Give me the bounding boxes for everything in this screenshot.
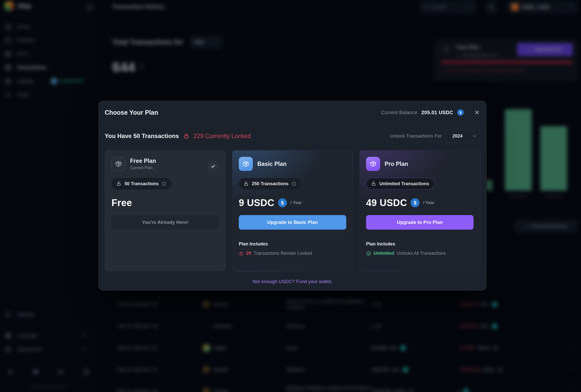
usdc-coin-icon: $ [411, 198, 420, 207]
plan-header: Pro Plan [366, 157, 474, 171]
free-plan-icon [111, 157, 126, 171]
plan-price-period: / Year [290, 200, 302, 205]
locked-remaining-text: Transactions Remain Locked [254, 251, 312, 256]
plan-limit-badge: 250 Transactions [239, 178, 301, 189]
free-plan-button[interactable]: You're Already Here! [111, 215, 219, 230]
plan-includes-label: Plan Includes [366, 241, 474, 247]
unlock-year-dropdown[interactable]: 2024 [446, 129, 480, 143]
plan-cards: Free Plan Current Plan 50 Transactions [105, 150, 480, 271]
unlimited-value: Unlimited [374, 251, 394, 256]
locked-remaining-count: 29 [246, 251, 251, 256]
plan-includes-row: Unlimited Unlocks All Transactions [366, 251, 474, 256]
basic-plan-icon [239, 157, 253, 171]
plan-limit-text: 250 Transactions [252, 181, 288, 186]
steps-logo-icon [115, 160, 122, 168]
plan-header: Free Plan Current Plan [111, 157, 219, 171]
plan-price-row: Free [111, 197, 219, 209]
modal-subheader: You Have 50 Transactions 229 Currently L… [105, 129, 480, 143]
plan-limit-text: 50 Transactions [125, 181, 159, 186]
plan-price: Free [111, 198, 132, 208]
steps-logo-icon [369, 160, 377, 168]
plan-name: Free Plan [130, 158, 156, 164]
modal-header-right: Current Balance 205.01 USDC $ [381, 109, 480, 116]
plan-title-block: Basic Plan [257, 161, 286, 167]
basic-plan-card: Basic Plan 250 Transactions 9 USDC $ / Y… [232, 150, 353, 271]
pro-plan-card: Pro Plan Unlimited Transactions 49 USDC … [359, 150, 480, 271]
locked-count-text: 229 Currently Locked [194, 133, 251, 140]
unlock-year-control: Unlock Transactions For 2024 [390, 129, 480, 143]
plan-title-block: Pro Plan [385, 161, 408, 167]
check-circle-icon [366, 251, 371, 256]
plan-price-period: / Year [423, 200, 434, 205]
usdc-coin-icon: $ [457, 109, 464, 116]
plan-title-block: Free Plan Current Plan [130, 158, 156, 170]
current-plan-check-icon [207, 160, 219, 172]
transactions-status: You Have 50 Transactions 229 Currently L… [105, 133, 251, 140]
plan-subtitle: Current Plan [130, 166, 156, 170]
upgrade-basic-button[interactable]: Upgrade to Basic Plan [239, 215, 346, 230]
unlock-icon [371, 181, 376, 186]
lock-icon [183, 133, 190, 139]
plan-limit-badge: 50 Transactions [111, 178, 171, 189]
plan-price-row: 49 USDC $ / Year [366, 197, 474, 209]
chevron-down-icon [469, 129, 480, 143]
close-icon[interactable] [474, 109, 480, 116]
info-icon[interactable] [292, 181, 296, 186]
unlock-year-value: 2024 [446, 129, 469, 143]
modal-footer: Not enough USDC? Fund your wallet. [105, 279, 480, 284]
lock-icon [239, 251, 244, 256]
plan-limit-text: Unlimited Transactions [379, 181, 429, 186]
plan-includes-section: Plan Includes 29 Transactions Remain Loc… [239, 236, 346, 256]
steps-logo-icon [242, 160, 250, 168]
app-root: Step Home Portfolio NFTs [0, 0, 581, 392]
plan-header: Basic Plan [239, 157, 346, 171]
free-plan-card: Free Plan Current Plan 50 Transactions [105, 150, 226, 271]
plan-price: 49 USDC [366, 198, 407, 208]
info-icon[interactable] [162, 181, 166, 186]
plan-name: Basic Plan [257, 161, 286, 167]
modal-title: Choose Your Plan [105, 109, 158, 116]
modal-header: Choose Your Plan Current Balance 205.01 … [105, 107, 480, 117]
unlock-icon [244, 181, 249, 186]
plan-price-row: 9 USDC $ / Year [239, 197, 346, 209]
plan-includes-label: Plan Includes [239, 241, 346, 247]
choose-plan-modal: Choose Your Plan Current Balance 205.01 … [98, 101, 487, 291]
fund-wallet-link[interactable]: Not enough USDC? Fund your wallet. [253, 279, 332, 284]
unlock-year-label: Unlock Transactions For [390, 133, 442, 139]
plan-price: 9 USDC [239, 198, 274, 208]
plan-includes-section: Plan Includes Unlimited Unlocks All Tran… [366, 236, 474, 256]
plan-includes-row: 29 Transactions Remain Locked [239, 251, 346, 256]
plan-name: Pro Plan [385, 161, 408, 167]
upgrade-pro-button[interactable]: Upgrade to Pro Plan [366, 215, 474, 230]
plan-limit-badge: Unlimited Transactions [366, 178, 434, 189]
pro-plan-icon [366, 157, 380, 171]
current-balance-label: Current Balance [381, 110, 418, 115]
unlock-icon [117, 181, 122, 186]
current-balance-value: 205.01 USDC [421, 110, 453, 115]
unlimited-text: Unlocks All Transactions [397, 251, 446, 256]
transactions-owned-text: You Have 50 Transactions [105, 133, 179, 140]
usdc-coin-icon: $ [278, 198, 287, 207]
